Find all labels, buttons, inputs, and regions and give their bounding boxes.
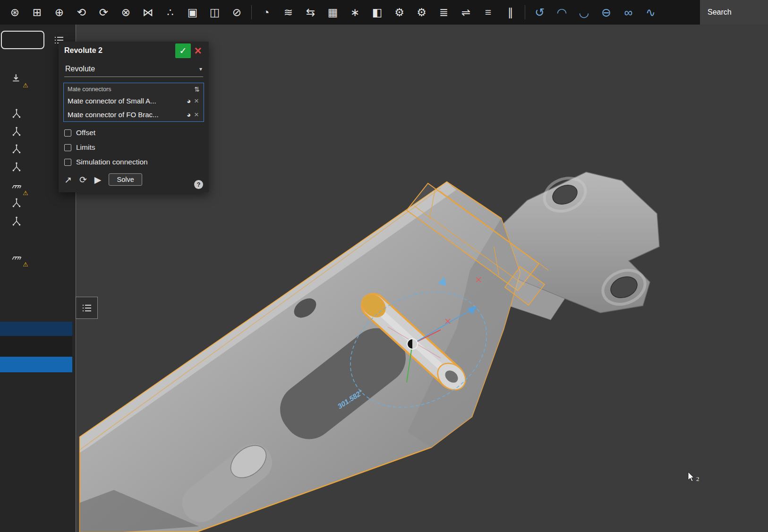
dialog-footer: ↗ ⟳ ▶ Solve ? (59, 167, 209, 192)
fixed-feature-warning-icon[interactable]: ⚠ (11, 252, 26, 266)
appearance-icon[interactable]: ▣ (183, 3, 202, 22)
mate-connector-label: Mate connector of FO Brac... (68, 111, 185, 119)
revolute-mate-icon[interactable]: ↺ (530, 3, 549, 22)
assembly-toolbar: ⊛⊞⊕⟲⟳⊗⋈∴▣◫⊘◔≋⇆▦∗◧⚙⚙≣⇌≡∥↺◠◡⊖∞∿ Search (0, 0, 768, 25)
cursor-arrow-icon (687, 472, 696, 483)
flip-primary-axis-icon[interactable]: ↗ (64, 174, 72, 185)
fastener-icon[interactable]: ≣ (435, 3, 453, 22)
animate-mate-icon[interactable]: ▶ (94, 174, 102, 185)
remove-connector-icon[interactable]: × (193, 111, 200, 119)
search-label: Search (708, 8, 732, 17)
pin-slot-mate-icon[interactable]: ∞ (619, 3, 638, 22)
offset-label: Offset (76, 129, 95, 137)
mate-connector-icon: ◕ (187, 97, 191, 105)
rotate-right-icon[interactable]: ⟳ (94, 3, 113, 22)
cylindrical-mate-icon[interactable]: ⊖ (597, 3, 615, 22)
pattern-icon[interactable]: ▦ (324, 3, 342, 22)
display-states-icon[interactable]: ≋ (279, 3, 298, 22)
gear-relation-icon[interactable]: ⚙ (390, 3, 409, 22)
dialog-title: Revolute 2 (64, 46, 175, 55)
slider-mate-icon[interactable]: ◠ (553, 3, 571, 22)
mate-type-dropdown[interactable]: Revolute ▾ (64, 60, 203, 77)
mate-feature-icon[interactable] (11, 197, 26, 210)
limits-label: Limits (76, 143, 95, 152)
snapshot-icon[interactable]: ⊗ (117, 3, 135, 22)
ball-mate-icon[interactable]: ∿ (641, 3, 660, 22)
tree-row[interactable] (0, 336, 72, 357)
close-icon: × (194, 43, 201, 58)
limits-checkbox-row[interactable]: Limits (59, 137, 209, 152)
features-list-toggle-button[interactable] (76, 297, 98, 319)
mouse-cursor: 2 (687, 472, 700, 483)
offset-checkbox-row[interactable]: Offset (59, 123, 209, 137)
toolbar-divider (251, 5, 252, 19)
simulation-connection-checkbox-row[interactable]: Simulation connection (59, 152, 209, 167)
tree-row-selected-dim[interactable] (0, 322, 72, 336)
sheet-metal-icon[interactable]: ◧ (368, 3, 386, 22)
cursor-count-badge: 2 (696, 475, 700, 483)
rack-relation-icon[interactable]: ⚙ (412, 3, 431, 22)
app-window: 301.582° ⊛⊞⊕⟲⟳⊗⋈∴▣◫⊘◔≋⇆▦∗◧⚙⚙≣⇌≡∥↺◠◡⊖∞∿ S… (0, 0, 768, 532)
mate-connectors-box: Mate connectors ⇅ Mate connector of Smal… (63, 83, 204, 122)
measure-icon[interactable]: ∥ (501, 3, 520, 22)
mate-feature-icon[interactable] (11, 143, 26, 156)
solve-button[interactable]: Solve (109, 173, 142, 186)
remove-connector-icon[interactable]: × (193, 97, 200, 105)
insert-icon[interactable]: ⊞ (28, 3, 46, 22)
mate-feature-icon[interactable] (11, 108, 26, 121)
mate-connector-item[interactable]: Mate connector of Small A... ◕ × (64, 94, 204, 108)
named-views-icon[interactable]: ◫ (205, 3, 224, 22)
list-icon (81, 302, 93, 314)
orbit-view-icon[interactable]: ⊛ (6, 3, 24, 22)
help-icon[interactable]: ? (194, 180, 203, 189)
fixed-feature-warning-icon[interactable]: ⚠ (11, 181, 26, 194)
warning-icon: ⚠ (23, 82, 28, 89)
hide-parts-icon[interactable]: ⊘ (228, 3, 246, 22)
section-view-icon[interactable]: ⋈ (139, 3, 157, 22)
mate-feature-icon[interactable] (11, 126, 26, 139)
rotate-left-icon[interactable]: ⟲ (72, 3, 91, 22)
check-icon: ✓ (179, 45, 187, 56)
toolbar-divider (525, 5, 525, 19)
mate-type-value: Revolute (65, 65, 95, 73)
move-part-icon[interactable]: ⊕ (50, 3, 68, 22)
screw-relation-icon[interactable]: ⇌ (457, 3, 475, 22)
simulation-connection-label: Simulation connection (76, 158, 148, 166)
replicate-icon[interactable]: ⇆ (301, 3, 320, 22)
revolute-mate-dialog: Revolute 2 ✓ × Revolute ▾ Mate connector… (59, 42, 209, 192)
cancel-button[interactable]: × (191, 43, 205, 58)
dialog-header: Revolute 2 ✓ × (59, 42, 209, 60)
bom-icon[interactable]: ≡ (479, 3, 497, 22)
mate-connectors-label: Mate connectors (68, 86, 111, 93)
swap-order-icon[interactable]: ⇅ (194, 86, 200, 93)
scatter-icon[interactable]: ∗ (346, 3, 364, 22)
update-needed-warning-icon[interactable]: ⚠ (11, 73, 26, 86)
accept-button[interactable]: ✓ (175, 43, 191, 58)
mate-connector-label: Mate connector of Small A... (68, 97, 185, 105)
warning-icon: ⚠ (23, 261, 28, 268)
offset-checkbox[interactable] (64, 129, 71, 137)
tree-row-selected[interactable] (0, 357, 72, 372)
warning-icon: ⚠ (23, 189, 28, 197)
mate-connectors-header: Mate connectors ⇅ (64, 83, 204, 94)
mate-feature-icon[interactable] (11, 161, 26, 174)
simulation-connection-checkbox[interactable] (64, 159, 71, 166)
mate-feature-icon[interactable] (11, 215, 26, 229)
toolbar-icons: ⊛⊞⊕⟲⟳⊗⋈∴▣◫⊘◔≋⇆▦∗◧⚙⚙≣⇌≡∥↺◠◡⊖∞∿ (6, 3, 660, 22)
mate-connector-icon: ◕ (187, 111, 191, 119)
search-button[interactable]: Search (700, 0, 768, 25)
reorient-secondary-axis-icon[interactable]: ⟳ (79, 174, 87, 185)
mate-connector-item[interactable]: Mate connector of FO Brac... ◕ × (64, 108, 204, 121)
chevron-down-icon: ▾ (199, 66, 202, 72)
tree-filter-box[interactable] (1, 31, 44, 49)
limits-checkbox[interactable] (64, 144, 71, 151)
isolate-icon[interactable]: ◔ (257, 3, 275, 22)
exploded-view-icon[interactable]: ∴ (161, 3, 179, 22)
planar-mate-icon[interactable]: ◡ (575, 3, 593, 22)
